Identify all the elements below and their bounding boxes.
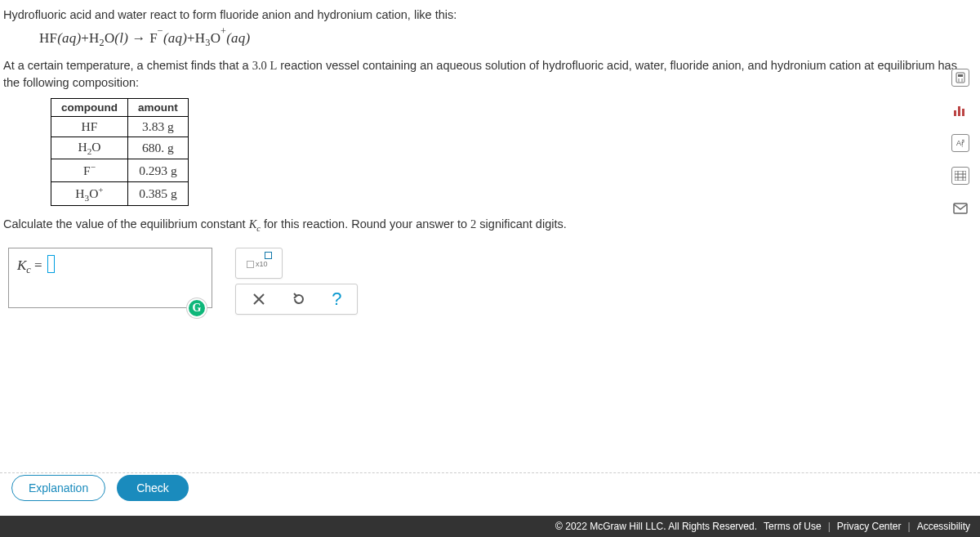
product-h: H — [195, 30, 205, 46]
reactant-h: H — [89, 30, 99, 46]
calc-post: for this reaction. Round your answer to — [261, 217, 470, 230]
terms-link[interactable]: Terms of Use — [764, 521, 822, 532]
clear-button[interactable] — [252, 292, 266, 307]
cell-compound: F− — [51, 159, 128, 181]
cell-amount: 0.293 g — [128, 159, 189, 181]
mail-icon[interactable] — [951, 199, 969, 217]
section-divider — [0, 472, 980, 473]
cell-compound: H3O+ — [51, 181, 128, 205]
table-row: H2O 680. g — [51, 137, 189, 159]
accessibility-link[interactable]: Accessibility — [917, 521, 970, 532]
separator: | — [908, 521, 911, 532]
cell-compound: HF — [51, 117, 128, 137]
input-cursor[interactable] — [47, 255, 55, 273]
calculator-icon[interactable] — [951, 69, 969, 87]
arrow-icon: → — [131, 30, 145, 46]
product-f: F — [149, 30, 158, 46]
svg-rect-3 — [958, 74, 963, 77]
cell-amount: 0.385 g — [128, 181, 189, 205]
context-pre: At a certain temperature, a chemist find… — [3, 59, 252, 72]
sup-minus: − — [158, 25, 163, 37]
composition-table: compound amount HF 3.83 g H2O 680. g F− … — [51, 98, 189, 206]
svg-point-4 — [958, 78, 960, 80]
cell-amount: 680. g — [128, 137, 189, 159]
svg-rect-11 — [955, 171, 966, 181]
reactant-hf: HF — [39, 30, 57, 46]
scientific-notation-button[interactable]: x10 — [235, 248, 283, 279]
reaction-equation: HF(aq)+H2O(l) → F−(aq)+H3O+(aq) — [39, 28, 972, 49]
tool-rail: Aṝ — [949, 69, 972, 217]
svg-point-6 — [958, 80, 960, 82]
col-amount: amount — [128, 99, 189, 117]
check-button[interactable]: Check — [117, 475, 189, 501]
svg-rect-16 — [954, 204, 967, 213]
table-row: F− 0.293 g — [51, 159, 189, 181]
svg-rect-9 — [958, 106, 960, 116]
sci-notation-icon: x10 — [247, 253, 271, 273]
svg-rect-8 — [954, 110, 956, 116]
product-o: O — [211, 30, 220, 46]
state-l: (l) — [114, 30, 128, 46]
calc-end: significant digits. — [476, 217, 566, 230]
copyright-text: © 2022 McGraw Hill LLC. All Rights Reser… — [555, 521, 757, 532]
svg-point-7 — [961, 80, 963, 82]
table-header-row: compound amount — [51, 99, 189, 117]
table-row: H3O+ 0.385 g — [51, 181, 189, 205]
answer-input[interactable]: Kc = G — [8, 248, 212, 308]
col-compound: compound — [51, 99, 128, 117]
svg-rect-10 — [962, 109, 964, 116]
table-row: HF 3.83 g — [51, 117, 189, 137]
help-button[interactable]: ? — [332, 289, 341, 310]
atomic-mass-icon[interactable]: Aṝ — [951, 134, 969, 152]
cell-amount: 3.83 g — [128, 117, 189, 137]
kc-k: K — [17, 257, 26, 273]
svg-rect-2 — [956, 73, 964, 83]
state-aq3: (aq) — [226, 30, 250, 46]
state-aq: (aq) — [57, 30, 81, 46]
plus-sign-2: + — [187, 30, 195, 46]
reactant-o: O — [105, 30, 114, 46]
grammarly-icon[interactable]: G — [187, 298, 207, 318]
calc-pre: Calculate the value of the equilibrium c… — [3, 217, 249, 230]
periodic-table-icon[interactable] — [951, 167, 969, 185]
problem-intro: Hydrofluoric acid and water react to for… — [3, 7, 972, 23]
calc-prompt: Calculate the value of the equilibrium c… — [3, 217, 972, 233]
explanation-button[interactable]: Explanation — [11, 475, 105, 501]
chart-icon[interactable] — [951, 101, 969, 119]
reset-button[interactable] — [292, 292, 306, 307]
volume-value: 3.0 L — [252, 59, 278, 72]
plus-sign: + — [81, 30, 89, 46]
problem-context: At a certain temperature, a chemist find… — [3, 57, 972, 92]
privacy-link[interactable]: Privacy Center — [837, 521, 902, 532]
svg-point-5 — [961, 78, 963, 80]
state-aq2: (aq) — [163, 30, 187, 46]
equals-sign: = — [31, 257, 46, 273]
footer-bar: © 2022 McGraw Hill LLC. All Rights Reser… — [0, 516, 980, 537]
sup-plus: + — [220, 25, 226, 37]
cell-compound: H2O — [51, 137, 128, 159]
separator: | — [828, 521, 831, 532]
